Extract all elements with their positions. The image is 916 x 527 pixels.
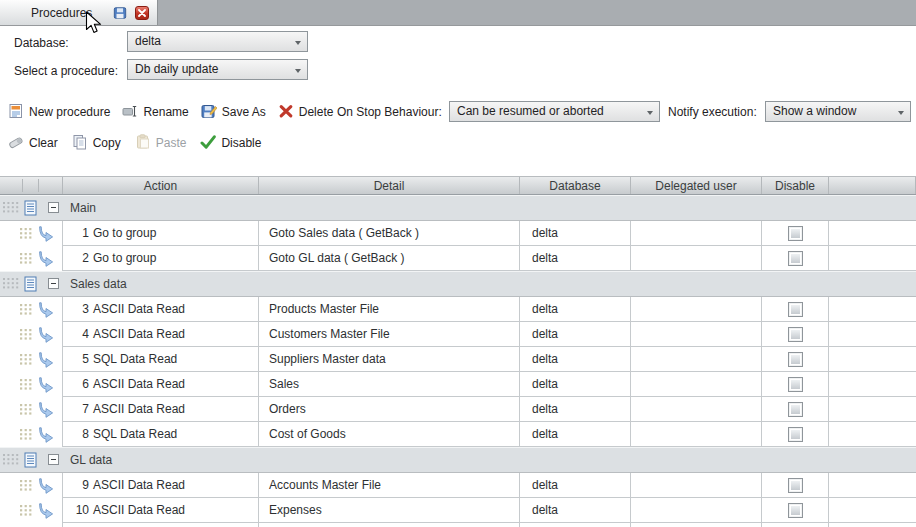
action-cell[interactable]: 9ASCII Data Read <box>63 473 259 498</box>
disable-cell[interactable] <box>762 498 829 523</box>
procedure-row[interactable]: 2Go to groupGoto GL data ( GetBack )delt… <box>0 246 916 271</box>
row-indicator[interactable] <box>0 322 63 347</box>
delegated-user-cell[interactable] <box>631 322 762 347</box>
database-cell[interactable]: delta <box>520 221 631 246</box>
procedure-row[interactable]: 5SQL Data ReadSuppliers Master datadelta <box>0 347 916 372</box>
clear-button[interactable]: Clear <box>8 134 58 153</box>
save-icon[interactable] <box>113 6 127 20</box>
delegated-user-cell[interactable] <box>631 498 762 523</box>
group-row[interactable]: Main <box>0 195 916 221</box>
disable-checkbox[interactable] <box>788 478 803 493</box>
collapse-toggle-icon[interactable] <box>48 202 59 213</box>
detail-cell[interactable]: Goto GL data ( GetBack ) <box>259 246 520 271</box>
row-drag-handle-icon[interactable] <box>19 303 33 316</box>
procedure-row[interactable]: 1Go to groupGoto Sales data ( GetBack )d… <box>0 221 916 246</box>
group-drag-handle-icon[interactable] <box>2 277 19 290</box>
disable-cell[interactable] <box>762 397 829 422</box>
detail-cell[interactable]: Customers Master File <box>259 322 520 347</box>
disable-button[interactable]: Disable <box>200 134 261 153</box>
on-stop-behaviour-select[interactable]: Can be resumed or aborted <box>449 101 660 122</box>
database-cell[interactable]: delta <box>520 322 631 347</box>
disable-cell[interactable] <box>762 347 829 372</box>
close-icon[interactable] <box>135 6 149 20</box>
header-database[interactable]: Database <box>520 177 631 194</box>
group-drag-handle-icon[interactable] <box>2 201 19 214</box>
detail-cell[interactable]: Goto Sales data ( GetBack ) <box>259 221 520 246</box>
disable-cell[interactable] <box>762 372 829 397</box>
database-cell[interactable]: delta <box>520 297 631 322</box>
disable-cell[interactable] <box>762 322 829 347</box>
notify-execution-select[interactable]: Show a window <box>765 101 911 122</box>
detail-cell[interactable]: Expenses <box>259 498 520 523</box>
detail-cell[interactable]: Accounts Master File <box>259 473 520 498</box>
procedure-row[interactable]: 3ASCII Data ReadProducts Master Filedelt… <box>0 297 916 322</box>
row-indicator[interactable] <box>0 347 63 372</box>
disable-checkbox[interactable] <box>788 251 803 266</box>
action-cell[interactable]: 4ASCII Data Read <box>63 322 259 347</box>
action-cell[interactable]: 5SQL Data Read <box>63 347 259 372</box>
paste-button[interactable]: Paste <box>135 134 187 153</box>
disable-cell[interactable] <box>762 297 829 322</box>
row-drag-handle-icon[interactable] <box>19 428 33 441</box>
action-cell[interactable]: 10ASCII Data Read <box>63 498 259 523</box>
disable-cell[interactable] <box>762 221 829 246</box>
row-drag-handle-icon[interactable] <box>19 504 33 517</box>
group-row[interactable]: Sales data <box>0 271 916 297</box>
procedure-row[interactable]: 10ASCII Data ReadExpensesdelta <box>0 498 916 523</box>
row-indicator[interactable] <box>0 473 63 498</box>
collapse-toggle-icon[interactable] <box>48 454 59 465</box>
tab-procedures[interactable]: Procedures <box>0 0 158 25</box>
copy-button[interactable]: Copy <box>72 134 121 153</box>
row-drag-handle-icon[interactable] <box>19 252 33 265</box>
database-cell[interactable]: delta <box>520 347 631 372</box>
database-cell[interactable]: delta <box>520 473 631 498</box>
row-drag-handle-icon[interactable] <box>19 378 33 391</box>
header-disable[interactable]: Disable <box>762 177 829 194</box>
procedure-select[interactable]: Db daily update <box>127 59 308 80</box>
action-cell[interactable]: 2Go to group <box>63 246 259 271</box>
delegated-user-cell[interactable] <box>631 221 762 246</box>
action-cell[interactable]: 7ASCII Data Read <box>63 397 259 422</box>
header-delegated-user[interactable]: Delegated user <box>631 177 762 194</box>
row-drag-handle-icon[interactable] <box>19 479 33 492</box>
procedure-row[interactable]: 7ASCII Data ReadOrdersdelta <box>0 397 916 422</box>
action-cell[interactable]: 8SQL Data Read <box>63 422 259 447</box>
row-drag-handle-icon[interactable] <box>19 328 33 341</box>
detail-cell[interactable]: Products Master File <box>259 297 520 322</box>
delete-button[interactable]: Delete <box>278 103 334 122</box>
detail-cell[interactable]: Orders <box>259 397 520 422</box>
procedure-row[interactable]: 9ASCII Data ReadAccounts Master Filedelt… <box>0 473 916 498</box>
delegated-user-cell[interactable] <box>631 397 762 422</box>
action-cell[interactable]: 1Go to group <box>63 221 259 246</box>
disable-checkbox[interactable] <box>788 302 803 317</box>
save-as-button[interactable]: Save As <box>201 103 266 122</box>
row-indicator[interactable] <box>0 221 63 246</box>
delegated-user-cell[interactable] <box>631 347 762 372</box>
disable-checkbox[interactable] <box>788 327 803 342</box>
header-detail[interactable]: Detail <box>259 177 520 194</box>
database-cell[interactable]: delta <box>520 498 631 523</box>
disable-checkbox[interactable] <box>788 377 803 392</box>
group-drag-handle-icon[interactable] <box>2 453 19 466</box>
disable-checkbox[interactable] <box>788 503 803 518</box>
detail-cell[interactable]: Suppliers Master data <box>259 347 520 372</box>
rename-button[interactable]: Rename <box>122 103 188 122</box>
disable-cell[interactable] <box>762 246 829 271</box>
row-indicator[interactable] <box>0 246 63 271</box>
disable-cell[interactable] <box>762 422 829 447</box>
detail-cell[interactable]: Sales <box>259 372 520 397</box>
delegated-user-cell[interactable] <box>631 297 762 322</box>
new-procedure-button[interactable]: New procedure <box>8 103 110 122</box>
procedure-row[interactable]: 6ASCII Data ReadSalesdelta <box>0 372 916 397</box>
disable-checkbox[interactable] <box>788 352 803 367</box>
action-cell[interactable]: 3ASCII Data Read <box>63 297 259 322</box>
row-indicator[interactable] <box>0 498 63 523</box>
database-select[interactable]: delta <box>127 31 308 52</box>
row-indicator[interactable] <box>0 372 63 397</box>
delegated-user-cell[interactable] <box>631 473 762 498</box>
delegated-user-cell[interactable] <box>631 422 762 447</box>
row-drag-handle-icon[interactable] <box>19 227 33 240</box>
row-indicator[interactable] <box>0 422 63 447</box>
database-cell[interactable]: delta <box>520 372 631 397</box>
procedure-row[interactable]: 8SQL Data ReadCost of Goodsdelta <box>0 422 916 447</box>
